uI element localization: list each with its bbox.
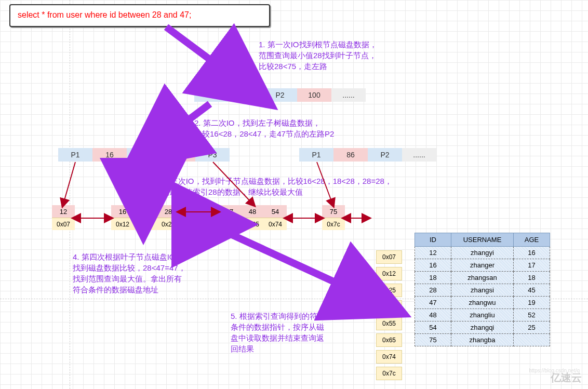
table-cell: zhangliu <box>451 309 514 321</box>
addr-cell: 0x29 <box>376 300 402 314</box>
watermark-logo: 亿速云 <box>551 371 582 385</box>
leaf-addr: 0x29 <box>157 218 180 230</box>
table-cell: 25 <box>514 321 550 334</box>
leaf-addr: 0x65 <box>241 218 264 230</box>
leaf-addr: 0x12 <box>111 218 134 230</box>
leaf-key: 54 <box>264 205 287 218</box>
internal-node-left: P1 16 P2 47 P3 <box>58 148 230 162</box>
leaf-key: 75 <box>322 205 345 218</box>
key-cell: 86 <box>333 148 368 162</box>
root-node: P1 75 P2 100 ...... <box>194 88 366 102</box>
ellipsis-cell: ...... <box>331 88 366 102</box>
table-body: 12zhangyi1616zhanger1718zhangsan1828zhan… <box>415 247 550 346</box>
svg-line-0 <box>166 27 243 84</box>
leaf-addr: 0x25 <box>134 218 157 230</box>
col-username: USERNAME <box>451 233 514 247</box>
leaf-node-4: 75 0x7c <box>322 205 345 230</box>
addr-cell: 0x55 <box>376 317 402 330</box>
key-cell: 100 <box>297 88 331 102</box>
table-cell: zhangsi <box>451 284 514 297</box>
table-row: 75zhangba <box>415 334 550 346</box>
table-cell <box>514 334 550 346</box>
table-cell: 12 <box>415 247 451 259</box>
leaf-addr: 0x07 <box>52 218 75 230</box>
pointer-cell: P2 <box>263 88 297 102</box>
annotation-1: 1. 第一次IO找到根节点磁盘数据， 范围查询最小值28找到叶子节点， 比较28… <box>259 39 377 72</box>
table-row: 47zhangwu19 <box>415 297 550 309</box>
leaf-key: 16 <box>111 205 134 218</box>
sql-statement: select * from user where id between 28 a… <box>9 4 270 27</box>
table-cell: 16 <box>514 247 550 259</box>
table-cell: 52 <box>514 309 550 321</box>
key-cell: 16 <box>92 148 127 162</box>
pointer-cell: P1 <box>194 88 229 102</box>
pointer-cell: P1 <box>58 148 92 162</box>
leaf-node-3: 47 48 54 0x55 0x65 0x74 <box>218 205 287 230</box>
table-cell: 17 <box>514 259 550 272</box>
table-cell: 18 <box>514 272 550 284</box>
table-row: 12zhangyi16 <box>415 247 550 259</box>
table-cell: zhangwu <box>451 297 514 309</box>
table-row: 28zhangsi45 <box>415 284 550 297</box>
table-row: 16zhanger17 <box>415 259 550 272</box>
table-cell: 75 <box>415 334 451 346</box>
pointer-cell: P2 <box>127 148 161 162</box>
pointer-cell: P3 <box>195 148 230 162</box>
key-cell: 75 <box>229 88 263 102</box>
table-cell: zhangba <box>451 334 514 346</box>
table-cell: 48 <box>415 309 451 321</box>
addr-cell: 0x12 <box>376 267 402 280</box>
addr-cell: 0x74 <box>376 350 402 364</box>
leaf-key: 48 <box>241 205 264 218</box>
leaf-key: 47 <box>218 205 241 218</box>
ellipsis-cell: ...... <box>402 148 436 162</box>
key-cell: 47 <box>161 148 195 162</box>
leaf-key: 28 <box>157 205 180 218</box>
guide-line <box>70 0 70 389</box>
col-age: AGE <box>514 233 550 247</box>
diagram-canvas: select * from user where id between 28 a… <box>0 0 588 389</box>
pointer-cell: P2 <box>368 148 402 162</box>
addr-cell: 0x07 <box>376 250 402 264</box>
annotation-5: 5. 根据索引查询得到的符合 条件的数据指针，按序从磁 盘中读取数据并结束查询返… <box>231 311 325 354</box>
leaf-addr: 0x55 <box>218 218 241 230</box>
leaf-node-1: 12 0x07 <box>52 205 75 230</box>
pointer-cell: P1 <box>299 148 333 162</box>
table-row: 48zhangliu52 <box>415 309 550 321</box>
table-cell: 47 <box>415 297 451 309</box>
leaf-addr: 0x7c <box>322 218 345 230</box>
table-cell: zhanger <box>451 259 514 272</box>
internal-node-right: P1 86 P2 ...... <box>299 148 436 162</box>
table-cell: 16 <box>415 259 451 272</box>
table-row: 18zhangsan18 <box>415 272 550 284</box>
addr-cell: 0x25 <box>376 284 402 297</box>
annotation-3: 3. 第三次IO，找到叶子节点磁盘数据，比较16<28，18<28，28=28，… <box>154 176 392 197</box>
leaf-key: 18 <box>134 205 157 218</box>
col-id: ID <box>415 233 451 247</box>
addr-cell: 0x65 <box>376 333 402 347</box>
svg-line-4 <box>230 234 372 299</box>
table-cell: 54 <box>415 321 451 334</box>
addr-cell: 0x7c <box>376 367 402 380</box>
annotation-4: 4. 第四次根据叶子节点磁盘IO， 找到磁盘数据比较，28<47=47， 找到范… <box>73 251 186 295</box>
leaf-node-2: 16 18 28 0x12 0x25 0x29 <box>111 205 180 230</box>
table-cell: 19 <box>514 297 550 309</box>
table-cell: zhangyi <box>451 247 514 259</box>
table-cell: 45 <box>514 284 550 297</box>
leaf-key: 12 <box>52 205 75 218</box>
table-row: 54zhangqi25 <box>415 321 550 334</box>
table-cell: 18 <box>415 272 451 284</box>
table-cell: 28 <box>415 284 451 297</box>
leaf-addr: 0x74 <box>264 218 287 230</box>
annotation-2: 2. 第二次IO，找到左子树磁盘数据， 比较16<28，28<47，走47节点的… <box>194 117 334 139</box>
address-column: 0x07 0x12 0x25 0x29 0x55 0x65 0x74 0x7c <box>376 250 402 383</box>
table-cell: zhangqi <box>451 321 514 334</box>
data-table: ID USERNAME AGE 12zhangyi1616zhanger1718… <box>415 233 550 346</box>
table-cell: zhangsan <box>451 272 514 284</box>
